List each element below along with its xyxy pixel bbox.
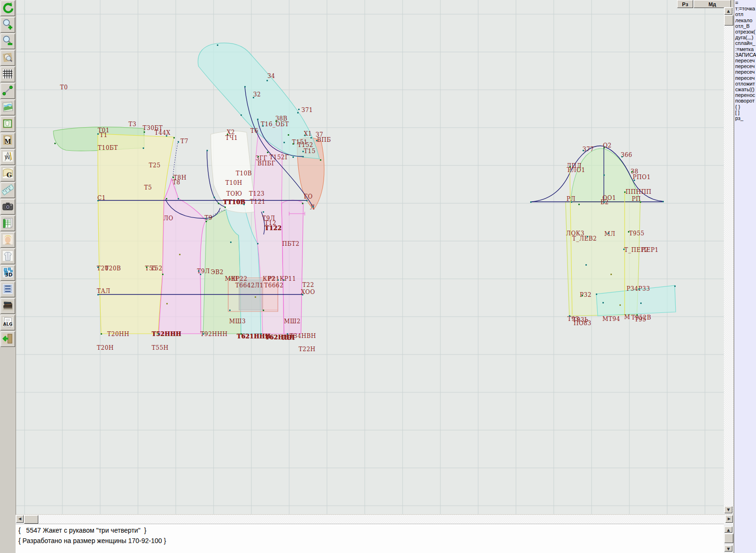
toolbar: MWG783DALG xyxy=(0,0,16,553)
toolbar-button-zoom-in[interactable] xyxy=(0,17,15,33)
compass-w-icon: W xyxy=(2,151,14,163)
toolbar-button-preview[interactable] xyxy=(0,50,15,66)
refresh-icon xyxy=(2,2,14,14)
command-item[interactable]: пересеч xyxy=(734,69,756,75)
map-icon xyxy=(2,101,14,113)
command-item[interactable]: т:=точка xyxy=(734,6,756,11)
console-scroll-down-icon[interactable]: ▼ xyxy=(724,545,732,552)
scroll-left-icon[interactable]: ◀ xyxy=(16,515,24,523)
pattern-m-icon: M xyxy=(2,134,14,146)
command-item[interactable]: рз_ xyxy=(734,115,756,121)
canvas-vertical-scrollbar[interactable]: ▲ ▼ xyxy=(724,7,733,514)
command-console[interactable]: { 5547 Жакет с рукавом "три четверти" } … xyxy=(16,524,724,553)
command-item[interactable]: сжать(() xyxy=(734,86,756,92)
command-item[interactable]: пересеч xyxy=(734,58,756,63)
command-item[interactable]: лекало xyxy=(734,17,756,23)
command-item[interactable]: пересеч xyxy=(734,63,756,69)
toolbar-button-map[interactable] xyxy=(0,100,15,115)
toolbar-button-compass-w[interactable]: W xyxy=(0,149,15,165)
drawing-canvas[interactable] xyxy=(16,0,724,514)
command-item[interactable]: отл xyxy=(734,11,756,17)
command-panel: =т:=точкаотллекалоотл_Вотрезок(дуга(,,,)… xyxy=(734,0,756,553)
svg-text:M: M xyxy=(5,138,11,145)
command-item[interactable]: отложит xyxy=(734,81,756,86)
toolbar-button-measure[interactable] xyxy=(0,83,15,99)
toolbar-button-books[interactable] xyxy=(0,298,15,314)
console-scrollbar[interactable]: ▲ ▼ xyxy=(724,524,733,553)
command-item[interactable]: сплайн_ xyxy=(734,40,756,46)
scroll-down-icon[interactable]: ▼ xyxy=(724,506,732,513)
toolbar-button-spreadsheet[interactable] xyxy=(0,216,15,231)
grid-icon xyxy=(2,68,14,80)
toolbar-button-ruler[interactable]: 78 xyxy=(0,182,15,198)
toolbar-button-garment[interactable] xyxy=(0,249,15,264)
toolbar-button-alg[interactable]: ALG xyxy=(0,315,15,330)
scroll-up-icon[interactable]: ▲ xyxy=(724,8,732,15)
toolbar-button-pattern-m[interactable]: M xyxy=(0,133,15,148)
camera-icon xyxy=(2,200,14,212)
svg-text:3D: 3D xyxy=(5,272,12,277)
toolbar-button-g-doc[interactable]: G xyxy=(0,166,15,181)
measure-icon xyxy=(2,85,14,96)
rz-button[interactable]: Рз xyxy=(677,0,693,8)
toolbar-button-portrait[interactable] xyxy=(0,232,15,248)
pattern-frame-icon xyxy=(2,118,14,130)
toolbar-button-threed[interactable]: 3D xyxy=(0,265,15,281)
svg-text:W: W xyxy=(5,154,10,161)
console-line: { 5547 Жакет с рукавом "три четверти" } xyxy=(18,527,146,534)
text-list-icon xyxy=(2,283,14,295)
toolbar-button-grid[interactable] xyxy=(0,67,15,82)
command-item[interactable]: { } xyxy=(734,104,756,110)
console-line: { Разработано на размер женщины 170-92-1… xyxy=(18,537,166,544)
ruler-icon: 78 xyxy=(2,184,14,196)
console-scroll-up-icon[interactable]: ▲ xyxy=(724,527,732,533)
toolbar-button-camera[interactable] xyxy=(0,199,15,215)
command-item[interactable]: :=метка xyxy=(734,46,756,52)
threed-icon: 3D xyxy=(2,267,14,278)
scroll-right-icon[interactable]: ▶ xyxy=(725,515,733,523)
svg-text:ALG: ALG xyxy=(3,322,12,327)
command-item[interactable]: дуга(,,,) xyxy=(734,35,756,40)
horizontal-scroll-thumb[interactable] xyxy=(24,515,38,524)
toolbar-button-refresh[interactable] xyxy=(0,0,15,16)
command-item[interactable]: = xyxy=(734,0,756,6)
zoom-out-icon xyxy=(2,35,14,47)
canvas-horizontal-scrollbar[interactable]: ◀ ▶ xyxy=(16,515,733,524)
books-icon xyxy=(2,300,14,311)
exit-icon xyxy=(2,333,14,345)
alg-icon: ALG xyxy=(2,316,14,328)
portrait-icon xyxy=(2,233,14,245)
command-item[interactable]: отл_В xyxy=(734,23,756,29)
command-item[interactable]: перенос xyxy=(734,92,756,98)
zoom-in-icon xyxy=(2,18,14,30)
toolbar-button-exit[interactable] xyxy=(0,331,15,347)
vertical-scroll-thumb[interactable] xyxy=(724,15,733,26)
preview-icon xyxy=(2,52,14,63)
garment-icon xyxy=(2,250,14,262)
g-doc-icon: G xyxy=(2,167,14,179)
spreadsheet-icon xyxy=(2,217,14,229)
toolbar-button-text-list[interactable] xyxy=(0,282,15,297)
svg-text:G: G xyxy=(7,171,12,179)
toolbar-button-pattern-frame[interactable] xyxy=(0,116,15,132)
command-list: =т:=точкаотллекалоотл_Вотрезок(дуга(,,,)… xyxy=(734,0,756,121)
command-item[interactable]: отрезок( xyxy=(734,29,756,35)
command-item[interactable]: [ ] xyxy=(734,110,756,115)
toolbar-button-zoom-out[interactable] xyxy=(0,34,15,49)
command-item[interactable]: поворот xyxy=(734,98,756,104)
console-scroll-thumb[interactable] xyxy=(724,534,733,543)
command-item[interactable]: пересеч xyxy=(734,75,756,81)
command-item[interactable]: ЗАПИСА xyxy=(734,52,756,58)
